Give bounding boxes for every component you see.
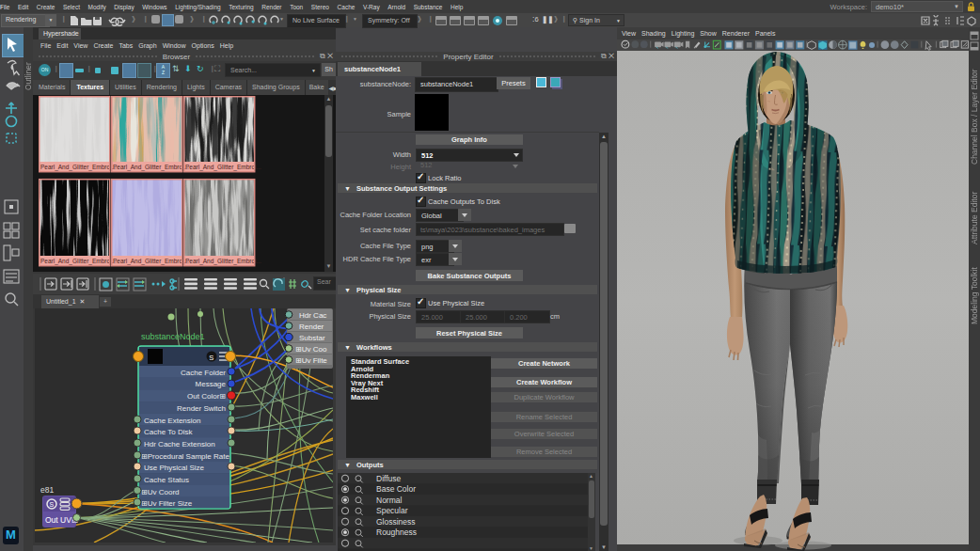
svg-text:Render: Render [299,323,324,331]
svg-text:⊞Uv Filte: ⊞Uv Filte [295,356,327,365]
svg-text:Pearl_And_Glitter_Embroi...: Pearl_And_Glitter_Embroi... [113,164,189,171]
svg-text:Roughness: Roughness [376,527,417,537]
svg-text:Pearl_And_Glitter_Embroi...: Pearl_And_Glitter_Embroi... [113,258,189,265]
svg-text:⊞Uv Coo: ⊞Uv Coo [295,345,327,354]
svg-text:Cache Extension: Cache Extension [144,417,200,425]
svg-text:Substar: Substar [299,334,325,342]
svg-text:Diffuse: Diffuse [376,474,402,483]
svg-text:Cache Folder: Cache Folder [181,369,226,377]
svg-text:⊞Uv Filter Size: ⊞Uv Filter Size [141,499,193,508]
svg-text:S: S [209,354,213,362]
svg-text:Cache To Disk: Cache To Disk [144,428,193,436]
svg-text:Pearl_And_Glitter_Embroi...: Pearl_And_Glitter_Embroi... [185,258,261,265]
svg-text:Normal: Normal [376,496,403,505]
svg-text:Base Color: Base Color [376,484,416,494]
svg-text:Pearl_And_Glitter_Embroi...: Pearl_And_Glitter_Embroi... [185,164,261,171]
svg-text:Hdr Cac: Hdr Cac [299,311,326,320]
svg-text:substanceNode1: substanceNode1 [141,332,205,341]
svg-text:S: S [50,501,55,508]
svg-text:Hdr Cache Extension: Hdr Cache Extension [144,440,215,449]
svg-text:Use Physical Size: Use Physical Size [144,464,205,472]
svg-text:Out Color⊞: Out Color⊞ [187,392,226,401]
svg-text:Pearl_And_Glitter_Embroi...: Pearl_And_Glitter_Embroi... [40,258,117,265]
svg-text:Cache Status: Cache Status [144,476,189,484]
svg-text:Pearl_And_Glitter_Embroi...: Pearl_And_Glitter_Embroi... [40,164,117,171]
svg-text:Glossiness: Glossiness [376,517,416,527]
svg-text:e81: e81 [40,485,54,495]
svg-text:Message: Message [196,380,227,388]
svg-text:Render Switch: Render Switch [177,404,226,413]
svg-text:⊞Uv Coord: ⊞Uv Coord [141,488,180,496]
svg-text:Specular: Specular [376,506,408,515]
svg-text:⊞Procedural Sample Rate: ⊞Procedural Sample Rate [141,452,229,461]
